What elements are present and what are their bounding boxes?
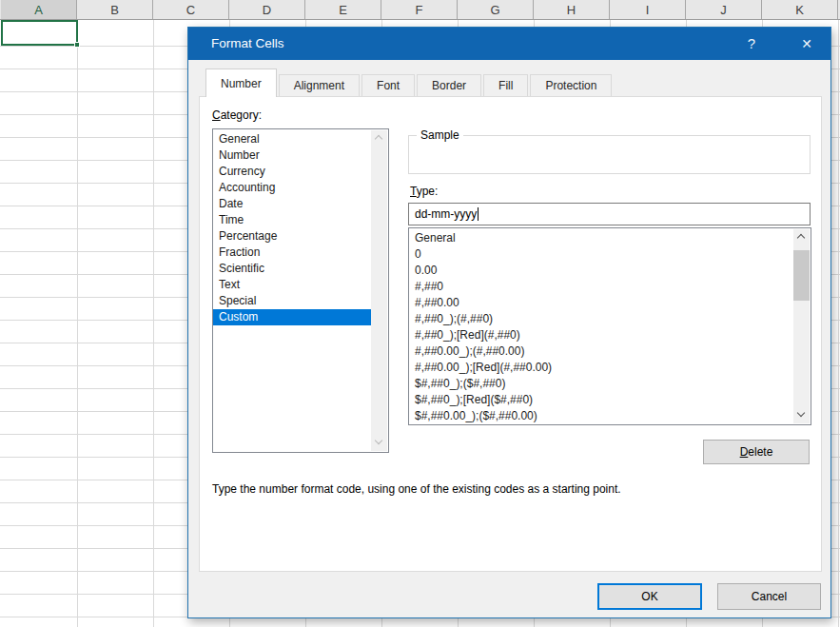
category-item-date[interactable]: Date (213, 196, 372, 212)
column-header-row: ABCDEFGHIJK (0, 0, 840, 20)
format-code-item--0-red-0-[interactable]: #,##0_);[Red](#,##0) (409, 327, 794, 343)
tab-alignment[interactable]: Alignment (279, 74, 360, 96)
fill-handle[interactable] (74, 42, 80, 48)
close-icon[interactable]: ✕ (788, 28, 826, 60)
type-input[interactable]: dd-mm-yyyy (408, 203, 811, 225)
tab-strip: NumberAlignmentFontBorderFillProtection (205, 69, 614, 96)
column-header-h[interactable]: H (534, 0, 610, 19)
tab-protection[interactable]: Protection (530, 74, 612, 96)
category-item-number[interactable]: Number (213, 147, 372, 164)
format-code-listbox[interactable]: General00.00#,##0#,##0.00#,##0_);(#,##0)… (408, 227, 811, 425)
scrollbar-thumb[interactable] (793, 250, 810, 301)
format-cells-dialog: Format Cells ? ✕ NumberAlignmentFontBord… (187, 27, 831, 618)
column-header-g[interactable]: G (458, 0, 534, 19)
number-tab-page: Category: GeneralNumberCurrencyAccountin… (199, 96, 822, 572)
scroll-up-icon (371, 130, 387, 147)
column-header-b[interactable]: B (77, 0, 153, 19)
dialog-title: Format Cells (211, 28, 284, 60)
format-code-item-0-00[interactable]: 0.00 (409, 263, 794, 279)
category-listbox[interactable]: GeneralNumberCurrencyAccountingDateTimeP… (212, 128, 389, 453)
scroll-down-icon (371, 435, 387, 451)
column-header-e[interactable]: E (305, 0, 381, 19)
format-code-item--0[interactable]: #,##0 (409, 279, 794, 295)
category-item-text[interactable]: Text (213, 277, 372, 293)
dialog-titlebar[interactable]: Format Cells ? ✕ (188, 28, 830, 60)
category-item-fraction[interactable]: Fraction (213, 245, 372, 261)
format-code-item--0-00-red-0-00-[interactable]: #,##0.00_);[Red](#,##0.00) (409, 360, 794, 376)
format-code-item--0-00-0-00-[interactable]: $#,##0.00_);($#,##0.00) (409, 408, 794, 424)
format-code-item-0[interactable]: 0 (409, 246, 794, 263)
category-item-custom[interactable]: Custom (213, 309, 372, 325)
help-text: Type the number format code, using one o… (212, 482, 802, 496)
category-item-special[interactable]: Special (213, 293, 372, 309)
format-code-item-general[interactable]: General (409, 230, 794, 246)
column-header-k[interactable]: K (762, 0, 838, 19)
tab-number[interactable]: Number (205, 69, 277, 97)
category-item-general[interactable]: General (213, 131, 372, 147)
scroll-down-icon[interactable] (793, 407, 810, 423)
help-icon[interactable]: ? (733, 28, 771, 60)
column-header-a[interactable]: A (1, 0, 77, 19)
category-label: Category: (212, 108, 262, 122)
category-item-time[interactable]: Time (213, 212, 372, 228)
format-code-item--0-00[interactable]: #,##0.00 (409, 295, 794, 311)
selected-cell-a1[interactable] (1, 20, 78, 46)
column-header-f[interactable]: F (381, 0, 458, 19)
format-code-item--0-red-0-[interactable]: $#,##0_);[Red]($#,##0) (409, 392, 794, 408)
tab-border[interactable]: Border (417, 74, 481, 96)
cancel-button[interactable]: Cancel (717, 583, 821, 610)
column-header-c[interactable]: C (153, 0, 229, 19)
format-list-scrollbar[interactable] (793, 229, 810, 423)
column-header-j[interactable]: J (686, 0, 762, 19)
category-item-scientific[interactable]: Scientific (213, 261, 372, 277)
column-header-i[interactable]: I (610, 0, 686, 19)
category-scrollbar (371, 130, 387, 451)
scroll-up-icon[interactable] (793, 229, 810, 245)
sample-groupbox: Sample (408, 135, 811, 174)
category-item-percentage[interactable]: Percentage (213, 228, 372, 245)
format-code-item--0-0-[interactable]: $#,##0_);($#,##0) (409, 376, 794, 392)
category-item-currency[interactable]: Currency (213, 164, 372, 180)
delete-button[interactable]: Delete (703, 440, 810, 464)
column-header-d[interactable]: D (229, 0, 305, 19)
sample-label: Sample (417, 128, 463, 142)
type-input-value: dd-mm-yyyy (415, 207, 477, 221)
format-code-item--0-0-[interactable]: #,##0_);(#,##0) (409, 311, 794, 327)
ok-button[interactable]: OK (597, 583, 702, 610)
tab-fill[interactable]: Fill (483, 74, 528, 96)
category-item-accounting[interactable]: Accounting (213, 180, 372, 196)
type-label: Type: (410, 185, 438, 198)
tab-font[interactable]: Font (361, 74, 415, 96)
text-caret (478, 207, 479, 221)
format-code-item--0-00-0-00-[interactable]: #,##0.00_);(#,##0.00) (409, 343, 794, 360)
